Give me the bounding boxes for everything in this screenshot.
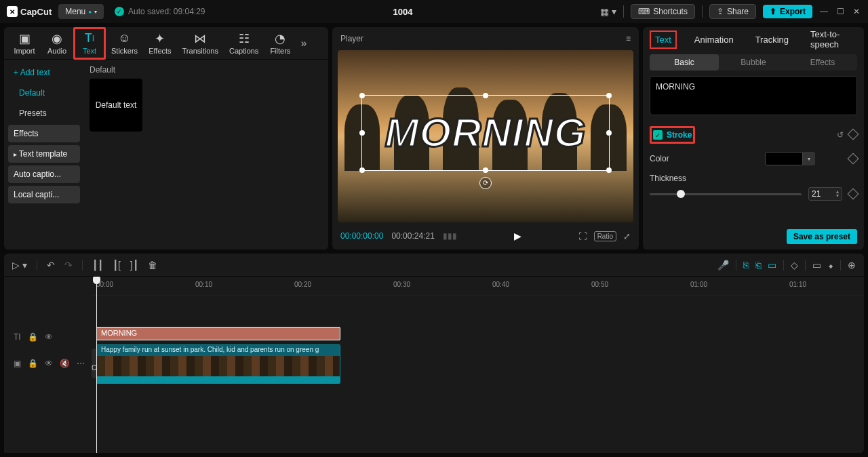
resize-handle[interactable]	[606, 167, 612, 173]
rotate-handle[interactable]: ⟳	[479, 177, 492, 189]
stepper-icon[interactable]: ▴▾	[836, 190, 839, 198]
menu-button[interactable]: Menu ● ▾	[58, 4, 104, 19]
split-icon[interactable]: ┃┃	[92, 260, 103, 271]
snap-icon-2[interactable]: ⎗	[755, 260, 761, 271]
marker-icon[interactable]: ⬥	[828, 260, 833, 271]
ruler-tick: 00:50	[591, 281, 608, 288]
fullscreen-icon[interactable]: ⤢	[623, 231, 631, 241]
import-icon: ▣	[19, 32, 31, 45]
keyframe-icon[interactable]	[848, 188, 859, 200]
tab-animation[interactable]: Animation	[690, 32, 738, 47]
media-track-header: ▣ 🔒 👁 🔇 ⋯ ✎ Cover	[4, 346, 92, 381]
text-clip[interactable]: MORNING	[96, 327, 340, 340]
more-icon[interactable]: ⋯	[77, 359, 85, 368]
sidebar-item-effects[interactable]: Effects	[8, 125, 80, 142]
media-thumbnails	[97, 356, 340, 376]
maximize-icon[interactable]: ☐	[835, 7, 845, 16]
media-clip-label: Happy family run at sunset in park. Chil…	[97, 345, 340, 356]
lock-icon[interactable]: 🔒	[28, 359, 38, 368]
shortcuts-button[interactable]: ⌨ Shortcuts	[631, 4, 695, 19]
tab-effects[interactable]: ✦Effects	[143, 29, 176, 58]
share-button[interactable]: ⇪ Share	[709, 4, 756, 19]
play-button[interactable]: ▶	[514, 231, 521, 241]
tab-filters[interactable]: ◔Filters	[264, 29, 296, 58]
resize-handle[interactable]	[483, 93, 488, 98]
tab-tts[interactable]: Text-to-speech	[806, 26, 857, 52]
preview-mode-icon[interactable]: ▭	[812, 260, 821, 271]
tab-text-props[interactable]: Text	[650, 31, 677, 49]
delete-icon[interactable]: 🗑	[148, 260, 157, 271]
sidebar-item-local-captions[interactable]: Local capti...	[8, 186, 80, 203]
default-text-preset[interactable]: Default text	[90, 79, 142, 132]
tab-audio[interactable]: ◉Audio	[41, 29, 73, 58]
content-section-label: Default	[90, 65, 323, 75]
export-button[interactable]: ⬆ Export	[763, 5, 812, 18]
thickness-value[interactable]: 21 ▴▾	[808, 187, 842, 201]
undo-icon[interactable]: ↶	[47, 260, 55, 271]
trim-right-icon[interactable]: ]┃	[130, 260, 138, 271]
ruler-tick: 00:40	[492, 281, 509, 288]
tab-captions[interactable]: ☷Captions	[224, 29, 264, 58]
trim-left-icon[interactable]: ┃[	[113, 260, 121, 271]
tab-import[interactable]: ▣Import	[8, 29, 41, 58]
subtab-effects[interactable]: Effects	[788, 54, 857, 71]
media-clip[interactable]: Happy family run at sunset in park. Chil…	[96, 344, 340, 384]
mute-icon[interactable]: 🔇	[60, 359, 70, 368]
sidebar-item-auto-captions[interactable]: Auto captio...	[8, 165, 80, 183]
share-icon: ⇪	[717, 7, 724, 16]
keyframe-icon[interactable]	[848, 153, 859, 165]
tab-tracking[interactable]: Tracking	[751, 32, 793, 47]
sidebar-item-presets[interactable]: Presets	[8, 104, 80, 122]
thickness-slider[interactable]	[650, 193, 802, 195]
check-icon: ✓	[653, 130, 663, 140]
timeline-ruler[interactable]: 00:00 00:10 00:20 00:30 00:40 00:50 01:0…	[92, 277, 864, 296]
thickness-label: Thickness	[650, 174, 857, 183]
slider-thumb[interactable]	[677, 190, 685, 198]
eye-icon[interactable]: 👁	[45, 332, 53, 342]
eye-icon[interactable]: 👁	[45, 359, 53, 368]
text-content-input[interactable]: MORNING	[650, 76, 857, 115]
pointer-tool-icon[interactable]: ▷ ▾	[12, 260, 27, 271]
keyframe-icon[interactable]	[848, 129, 859, 140]
subtab-basic[interactable]: Basic	[650, 54, 719, 71]
ratio-button[interactable]: Ratio	[594, 231, 616, 241]
stroke-checkbox[interactable]: ✓ Stroke	[653, 130, 692, 140]
mic-icon[interactable]: 🎤	[717, 260, 729, 271]
sidebar-item-add-text[interactable]: Add text	[8, 64, 80, 81]
tab-transitions[interactable]: ⋈Transitions	[177, 29, 224, 58]
expand-tabs-icon[interactable]: »	[296, 37, 311, 49]
layout-icon[interactable]: ▦ ▾	[600, 6, 616, 17]
snap-icon-3[interactable]: ▭	[768, 260, 776, 271]
player-menu-icon[interactable]: ≡	[626, 34, 631, 43]
resize-handle[interactable]	[606, 130, 612, 136]
crop-icon[interactable]: ⛶	[578, 231, 587, 241]
snap-icon-1[interactable]: ⎘	[743, 260, 749, 271]
ruler-tick: 00:30	[393, 281, 410, 288]
text-selection-box[interactable]: MORNING ⟳	[361, 95, 610, 171]
save-preset-button[interactable]: Save as preset	[787, 229, 857, 244]
sidebar-item-text-template[interactable]: Text template	[8, 145, 80, 163]
player-viewport[interactable]: MORNING ⟳	[338, 50, 633, 222]
stroke-color-select[interactable]: ▾	[765, 152, 815, 165]
minimize-icon[interactable]: —	[819, 7, 829, 16]
resize-handle[interactable]	[359, 167, 365, 173]
redo-icon[interactable]: ↷	[64, 260, 73, 271]
media-track-icon: ▣	[14, 359, 21, 368]
resize-handle[interactable]	[359, 93, 365, 98]
align-icon[interactable]: ◇	[791, 260, 798, 271]
levels-icon[interactable]: ▮▮▮	[443, 231, 457, 241]
zoom-icon[interactable]: ⊕	[848, 260, 856, 271]
close-icon[interactable]: ✕	[852, 7, 861, 16]
stickers-icon: ☺	[118, 32, 130, 45]
subtab-bubble[interactable]: Bubble	[719, 54, 788, 71]
resize-handle[interactable]	[483, 167, 488, 173]
divider	[702, 5, 703, 18]
sidebar-item-default[interactable]: Default	[8, 84, 80, 102]
tab-text[interactable]: TIText	[73, 27, 106, 60]
resize-handle[interactable]	[359, 130, 365, 136]
time-current: 00:00:00:00	[340, 231, 383, 241]
playhead[interactable]	[96, 277, 97, 453]
reset-icon[interactable]: ↺	[837, 130, 844, 140]
lock-icon[interactable]: 🔒	[28, 332, 38, 342]
tab-stickers[interactable]: ☺Stickers	[106, 29, 143, 58]
